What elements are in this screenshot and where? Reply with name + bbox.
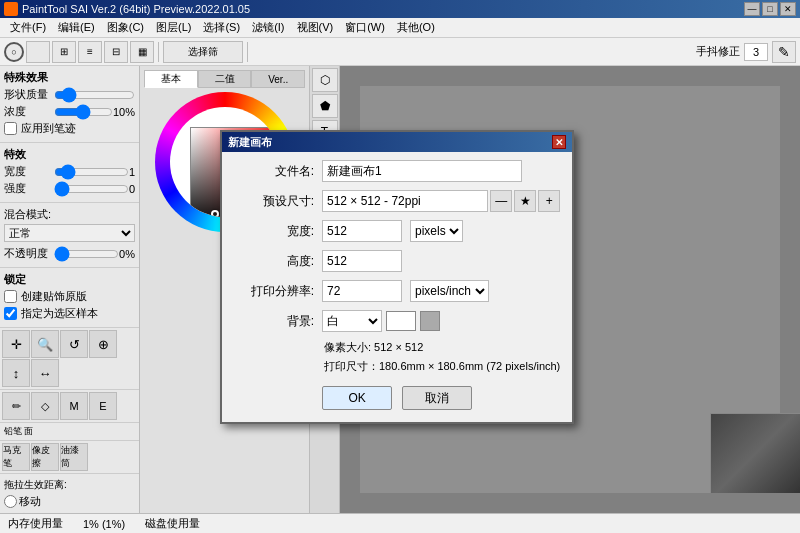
ok-button[interactable]: OK [322,386,392,410]
title-bar: PaintTool SAI Ver.2 (64bit) Preview.2022… [0,0,800,18]
color-tab-ver[interactable]: Ver.. [251,70,305,88]
color-tab-basic[interactable]: 基本 [144,70,198,88]
menu-filter[interactable]: 滤镜(I) [246,18,290,37]
paint-tex-tool[interactable]: 像皮擦 [31,443,59,471]
width-label: 宽度 [4,164,54,179]
menu-select[interactable]: 选择(S) [197,18,246,37]
height-row: 高度: [234,250,560,272]
circle-mode-btn[interactable]: ○ [4,42,24,62]
filename-row: 文件名: [234,160,560,182]
flip-v-tool[interactable]: ↕ [2,359,30,387]
opacity-slider[interactable] [54,248,119,260]
opacity-label: 不透明度 [4,246,54,261]
move-radio[interactable] [4,495,17,508]
width-input[interactable] [322,220,402,242]
menu-other[interactable]: 其他(O) [391,18,441,37]
preset-star-btn[interactable]: ★ [514,190,536,212]
dialog-content: 文件名: 预设尺寸: — ★ + 宽度: pixels mm inch [222,152,572,422]
cancel-button[interactable]: 取消 [402,386,472,410]
eraser-tool[interactable]: E [89,392,117,420]
width-label: 宽度: [234,223,314,240]
bg-preview: 白 透明 黑 [322,310,440,332]
stabilizer-pen-btn[interactable]: ✎ [772,41,796,63]
rotate-tool[interactable]: ↺ [60,330,88,358]
blend-select[interactable]: 正常 正片叠底 [4,224,135,242]
height-input[interactable] [322,250,402,272]
minimize-button[interactable]: — [744,2,760,16]
mini-canvas [710,413,800,493]
lock-label: 锁定 [4,272,135,287]
stabilizer-input[interactable] [744,43,768,61]
special-effects2-section: 特效 宽度 1 强度 0 [0,143,139,203]
density-row: 浓度 10% [4,104,135,119]
shape-quality-row: 形状质量 [4,87,135,102]
bg-select[interactable]: 白 透明 黑 [322,310,382,332]
bg-white-swatch [386,311,416,331]
fill-tool[interactable]: ⬟ [312,94,338,118]
create-paste-label: 创建贴饰原版 [21,289,87,304]
preset-minus-btn[interactable]: — [490,190,512,212]
stabilizer-label: 手抖修正 [696,44,740,59]
toolbar-separator-1 [158,42,159,62]
marker-tool[interactable]: M [60,392,88,420]
menu-window[interactable]: 窗口(W) [339,18,391,37]
lock-section: 锁定 创建贴饰原版 指定为选区样本 [0,268,139,328]
move-label: 移动 [19,494,69,509]
menu-view[interactable]: 视图(V) [291,18,340,37]
width-slider[interactable] [54,166,129,178]
menu-file[interactable]: 文件(F) [4,18,52,37]
move-row: 移动 [4,494,135,509]
shape-quality-slider[interactable] [54,89,135,101]
menu-image[interactable]: 图象(C) [101,18,150,37]
main-toolbar: ○ ⊞ ≡ ⊟ ▦ 选择筛 手抖修正 ✎ [0,38,800,66]
dpi-input[interactable] [322,280,402,302]
preset-plus-btn[interactable]: + [538,190,560,212]
menu-edit[interactable]: 编辑(E) [52,18,101,37]
apply-to-edge-checkbox[interactable] [4,122,17,135]
blend-section: 混合模式: 正常 正片叠底 不透明度 0% [0,203,139,268]
drag-options-title: 拖拉生效距离: [4,478,135,492]
special-effects-section: 特殊效果 形状质量 浓度 10% 应用到笔迹 [0,66,139,143]
hand-tool[interactable]: ⊕ [89,330,117,358]
new-canvas-dialog: 新建画布 ✕ 文件名: 预设尺寸: — ★ + 宽度: pixels [220,130,574,424]
minus-mode-btn[interactable]: ⊟ [104,41,128,63]
preset-input[interactable] [322,190,488,212]
color-tab-binary[interactable]: 二值 [198,70,252,88]
oil-brush-tool[interactable]: 油漆筒 [60,443,88,471]
flip-h-tool[interactable]: ↔ [31,359,59,387]
pixel-size-info: 像素大小: 512 × 512 [234,340,560,355]
move-tool[interactable]: ✛ [2,330,30,358]
bg-gray-swatch [420,311,440,331]
status-bar: 内存使用量 1% (1%) 磁盘使用量 [0,513,800,533]
menu-layer[interactable]: 图层(L) [150,18,197,37]
app-icon [4,2,18,16]
tool-labels-row: 铅笔 面 [0,423,139,441]
close-button[interactable]: ✕ [780,2,796,16]
dpi-label: 打印分辨率: [234,283,314,300]
dialog-title-bar: 新建画布 ✕ [222,132,572,152]
grid-mode-btn[interactable]: ⊞ [52,41,76,63]
strength-slider[interactable] [54,183,129,195]
height-label: 高度: [234,253,314,270]
blend-label: 混合模式: [4,207,54,222]
density-slider[interactable] [54,106,113,118]
square-mode-btn[interactable] [26,41,50,63]
tool-btn-7[interactable]: 选择筛 [163,41,243,63]
lasso-tool[interactable]: ⬡ [312,68,338,92]
special-effects-title: 特殊效果 [4,70,135,85]
maximize-button[interactable]: □ [762,2,778,16]
table-mode-btn[interactable]: ▦ [130,41,154,63]
zoom-tool[interactable]: 🔍 [31,330,59,358]
pencil-label: 铅笔 [4,425,22,438]
face-tool[interactable]: ◇ [31,392,59,420]
width-unit-select[interactable]: pixels mm inch [410,220,463,242]
menu-bar: 文件(F) 编辑(E) 图象(C) 图层(L) 选择(S) 滤镜(I) 视图(V… [0,18,800,38]
list-mode-btn[interactable]: ≡ [78,41,102,63]
filename-input[interactable] [322,160,522,182]
design-as-mask-checkbox[interactable] [4,307,17,320]
pencil-tool[interactable]: ✏ [2,392,30,420]
marble-tex-tool[interactable]: 马克笔 [2,443,30,471]
dpi-unit-select[interactable]: pixels/inch pixels/cm [410,280,489,302]
create-paste-checkbox[interactable] [4,290,17,303]
dialog-close-button[interactable]: ✕ [552,135,566,149]
